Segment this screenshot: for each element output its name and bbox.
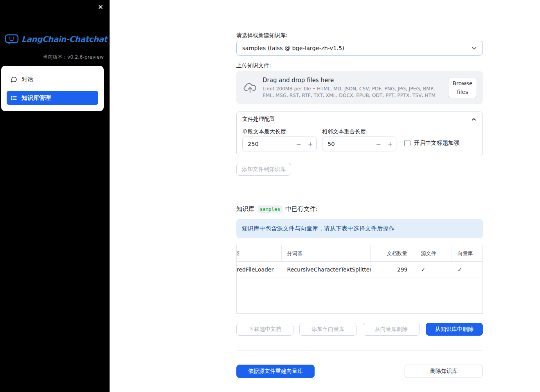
sidebar-item-kb-manage[interactable]: 知识库管理: [7, 91, 98, 105]
column-header-loader: 器: [237, 245, 282, 261]
kb-list-icon: [11, 95, 17, 101]
add-files-button[interactable]: 添加文件到知识库: [236, 163, 291, 176]
chevron-up-icon: [471, 116, 477, 122]
add-to-vector-button[interactable]: 添加至向量库: [299, 323, 356, 336]
delete-from-vector-button[interactable]: 从向量库删除: [363, 323, 420, 336]
download-selected-button[interactable]: 下载选中文档: [236, 323, 293, 336]
sidebar-item-label: 对话: [22, 76, 33, 83]
main-content: 请选择或新建知识库: samples (faiss @ bge-large-zh…: [236, 0, 483, 392]
column-header-splitter: 分词器: [282, 245, 371, 261]
overlap-size-label: 相邻文本重合长度:: [322, 128, 368, 135]
increment-button[interactable]: +: [384, 140, 396, 148]
dropzone-text: Drag and drop files here Limit 200MB per…: [263, 77, 448, 99]
files-table[interactable]: 器 分词器 文档数量 源文件 向量库 redFileLoader Recursi…: [236, 245, 483, 314]
existing-files-prefix: 知识库: [236, 205, 255, 213]
column-header-source-file: 源文件: [415, 245, 452, 261]
decrement-button[interactable]: −: [293, 140, 304, 148]
close-icon[interactable]: ✕: [97, 3, 104, 11]
expander-title: 文件处理配置: [242, 116, 275, 123]
version-prefix: 当前版本：: [43, 54, 68, 60]
existing-files-suffix: 中已有文件:: [285, 205, 318, 213]
chunk-size-value: 250: [248, 141, 293, 147]
checkbox-box-icon[interactable]: [404, 140, 410, 146]
cell-splitter: RecursiveCharacterTextSplitter: [282, 262, 371, 277]
increment-button[interactable]: +: [304, 140, 316, 148]
overlap-size-input[interactable]: 50 − +: [322, 137, 396, 151]
sidebar-item-chat[interactable]: 对话: [7, 72, 98, 87]
chat-logo-icon: [5, 34, 19, 45]
cell-doc-count: 299: [371, 262, 416, 277]
table-header: 器 分词器 文档数量 源文件 向量库: [237, 245, 482, 262]
file-dropzone[interactable]: Drag and drop files here Limit 200MB per…: [236, 71, 483, 104]
column-header-doc-count: 文档数量: [371, 245, 416, 261]
chunk-size-input[interactable]: 250 − +: [242, 137, 317, 151]
delete-from-kb-button[interactable]: 从知识库中删除: [426, 323, 483, 336]
kb-select-label: 请选择或新建知识库:: [236, 32, 288, 39]
dropzone-limit: Limit 200MB per file • HTML, MD, JSON, C…: [263, 86, 444, 99]
logo-text: LangChain-Chatchat: [22, 34, 107, 44]
browse-files-button[interactable]: Browse files: [448, 77, 477, 99]
sidebar-menu: 对话 知识库管理: [1, 66, 104, 111]
sidebar-item-label: 知识库管理: [22, 94, 51, 102]
zh-title-enhance-checkbox[interactable]: 开启中文标题加强: [404, 139, 459, 147]
divider: [236, 192, 483, 192]
decrement-button[interactable]: −: [373, 140, 384, 148]
cloud-upload-icon: [243, 82, 257, 93]
version-value: v0.2.6-preview: [67, 54, 104, 60]
rebuild-vector-button[interactable]: 依据源文件重建向量库: [236, 365, 315, 378]
chevron-down-icon: [471, 45, 478, 52]
delete-kb-button[interactable]: 删除知识库: [405, 365, 483, 378]
cell-vector-store-check: ✓: [452, 262, 482, 277]
info-banner: 知识库中包含源文件与向量库，请从下表中选择文件后操作: [236, 219, 483, 238]
kb-selectbox-value: samples (faiss @ bge-large-zh-v1.5): [242, 45, 471, 51]
divider: [236, 351, 483, 351]
info-banner-text: 知识库中包含源文件与向量库，请从下表中选择文件后操作: [242, 225, 394, 232]
column-header-vector-store: 向量库: [452, 245, 482, 261]
checkbox-label: 开启中文标题加强: [414, 139, 459, 147]
cell-source-file-check: ✓: [415, 262, 452, 277]
table-row[interactable]: redFileLoader RecursiveCharacterTextSpli…: [237, 262, 482, 277]
chunk-size-label: 单段文本最大长度:: [242, 128, 288, 135]
file-config-expander: 文件处理配置 单段文本最大长度: 相邻文本重合长度: 250 − + 50 − …: [236, 111, 483, 156]
existing-files-heading: 知识库 samples 中已有文件:: [236, 205, 318, 213]
upload-label: 上传知识文件:: [236, 62, 271, 69]
kb-name-code: samples: [257, 205, 283, 213]
chat-bubble-icon: [11, 76, 17, 83]
version-label: 当前版本：v0.2.6-preview: [43, 54, 104, 61]
file-actions-row: 下载选中文档 添加至向量库 从向量库删除 从知识库中删除: [236, 323, 483, 336]
expander-header[interactable]: 文件处理配置: [237, 112, 482, 127]
overlap-size-value: 50: [328, 141, 373, 147]
cell-loader: redFileLoader: [237, 262, 282, 277]
sidebar: ✕ LangChain-Chatchat 当前版本：v0.2.6-preview…: [0, 0, 110, 392]
kb-selectbox[interactable]: samples (faiss @ bge-large-zh-v1.5): [236, 41, 483, 56]
dropzone-title: Drag and drop files here: [263, 77, 444, 84]
app-logo: LangChain-Chatchat: [5, 34, 106, 45]
